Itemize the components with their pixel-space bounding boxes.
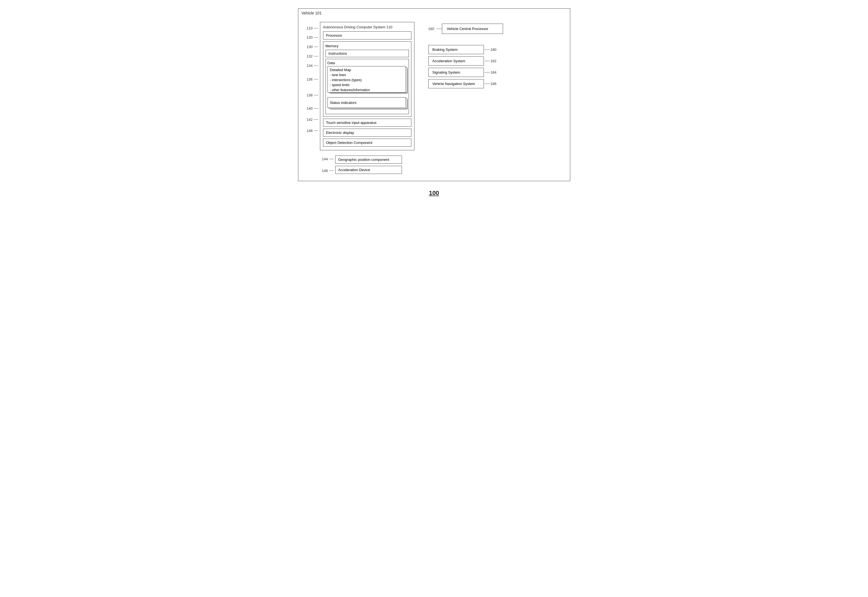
- ref-110: 110: [304, 24, 318, 32]
- adcs-box: Autonomous Driving Computer System 110 P…: [320, 22, 414, 150]
- data-outer-box: Data Detailed Map - lane lines - interse…: [325, 59, 409, 114]
- status-indicators-front: Status indicators: [328, 97, 406, 108]
- braking-system-box: Braking System: [428, 45, 484, 54]
- map-item-3: - speed limits: [330, 83, 403, 88]
- navigation-ref: 186: [491, 82, 497, 86]
- memory-box: Memory Instructions Data Detailed: [323, 42, 411, 117]
- ref-134: 134: [304, 61, 318, 70]
- navigation-system-box: Vehicle Navigation System: [428, 79, 484, 88]
- ref-132: 132: [304, 51, 318, 61]
- vehicle-label: Vehicle 101: [302, 11, 322, 15]
- map-item-2: - intersections (types): [330, 77, 403, 83]
- bottom-boxes: Geographic position component Accelerati…: [335, 156, 402, 174]
- acceleration-device-box: Acceleration Device: [335, 166, 402, 174]
- system-row-acceleration: Acceleration System 182: [428, 56, 564, 65]
- vcp-row: 160 Vehicle Central Processor: [428, 24, 564, 34]
- right-section: 160 Vehicle Central Processor Braking Sy…: [414, 22, 564, 88]
- map-item-4: - other features/information: [330, 88, 403, 92]
- status-indicators-stack: Status indicators: [328, 97, 407, 111]
- figure-number: 100: [429, 190, 439, 197]
- ref-148: 148: [304, 126, 318, 135]
- processor-box: Processor: [323, 31, 411, 39]
- vcp-ref: 160: [428, 27, 435, 31]
- geo-position-box: Geographic position component: [335, 156, 402, 163]
- ref-130: 130: [304, 43, 318, 51]
- map-item-1: - lane lines: [330, 73, 403, 77]
- adcs-label: Autonomous Driving Computer System 110: [323, 25, 411, 29]
- system-row-navigation: Vehicle Navigation System 186: [428, 79, 564, 88]
- accel-device-ref: 146: [319, 169, 328, 173]
- systems-area: Braking System 180 Acceleration System 1…: [428, 45, 564, 88]
- accel-device-ref-item: 146: [319, 166, 334, 175]
- ref-numbers-column: 110 120 130 132: [304, 22, 318, 135]
- ref-142: 142: [304, 115, 318, 124]
- vcp-box: Vehicle Central Processor: [442, 24, 503, 34]
- signaling-system-box: Signaling System: [428, 68, 484, 77]
- ref-138: 138: [304, 88, 318, 102]
- vehicle-box: Vehicle 101 110 120: [298, 8, 570, 181]
- detailed-map-front: Detailed Map - lane lines - intersection…: [328, 66, 406, 92]
- detailed-map-stack: Detailed Map - lane lines - intersection…: [328, 66, 407, 95]
- bottom-refs: 144 146: [319, 154, 334, 175]
- system-row-braking: Braking System 180: [428, 45, 564, 54]
- system-row-signaling: Signaling System 184: [428, 68, 564, 77]
- instructions-box: Instructions: [325, 50, 409, 57]
- geo-ref-item: 144: [319, 154, 334, 163]
- ref-120: 120: [304, 33, 318, 42]
- bottom-components-row: 144 146 Geographic position component Ac…: [304, 154, 564, 175]
- ref-136: 136: [304, 71, 318, 88]
- data-label: Data: [328, 61, 407, 65]
- braking-ref: 180: [491, 48, 497, 52]
- electronic-display-box: Electronic display: [323, 129, 411, 137]
- acceleration-system-box: Acceleration System: [428, 56, 484, 65]
- acceleration-ref: 182: [491, 59, 497, 63]
- ref-140: 140: [304, 104, 318, 113]
- object-detection-box: Object Detection Component: [323, 139, 411, 147]
- signaling-ref: 184: [491, 70, 497, 74]
- detailed-map-title: Detailed Map: [330, 68, 403, 72]
- geo-ref: 144: [319, 157, 328, 161]
- diagram-wrapper: Vehicle 101 110 120: [298, 8, 570, 197]
- touch-input-box: Touch sensitive input apparatus: [323, 119, 411, 127]
- memory-label: Memory: [325, 44, 409, 48]
